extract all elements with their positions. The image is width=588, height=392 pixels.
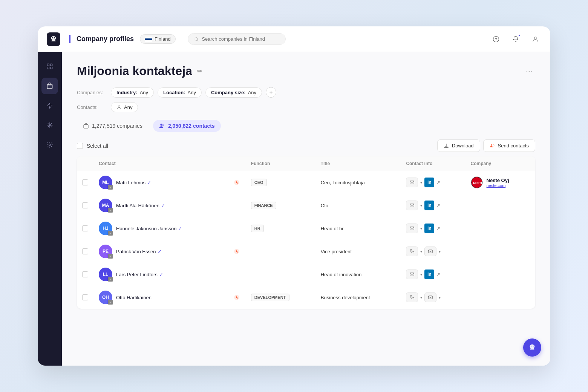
table-row: LL N Lars Peter Lindfors ✓ Head of innov…	[77, 263, 535, 286]
email-button[interactable]	[406, 224, 418, 233]
email-button[interactable]	[424, 292, 436, 302]
company-domain[interactable]: neste.com	[487, 183, 509, 188]
email-dropdown[interactable]: ▾	[420, 227, 422, 231]
avatar-badge: N	[108, 231, 113, 236]
phone-button[interactable]	[406, 292, 418, 302]
ext-link[interactable]: ↗	[436, 226, 440, 231]
sidebar-item-lightning[interactable]	[41, 97, 58, 114]
companies-filter-label: Companies:	[77, 90, 107, 95]
avatar-badge: N	[108, 185, 113, 190]
select-all-checkbox[interactable]	[77, 143, 83, 149]
help-button[interactable]: ?	[490, 33, 502, 45]
verified-icon: ✓	[147, 180, 151, 185]
notifications-button[interactable]	[510, 33, 522, 45]
svg-point-24	[491, 144, 492, 145]
phone-button[interactable]	[406, 247, 418, 256]
row-checkbox-0[interactable]	[82, 179, 88, 185]
function-badge: HR	[251, 225, 264, 232]
sidebar-item-settings[interactable]	[41, 136, 58, 153]
row-checkbox-4[interactable]	[82, 271, 88, 277]
contact-name[interactable]: Patrick Von Essen ✓	[116, 249, 162, 254]
function-badge: CEO	[251, 179, 267, 186]
email-dropdown[interactable]: ▾	[439, 250, 441, 254]
contact-name[interactable]: Martti Ala-Härkönen ✓	[116, 203, 165, 208]
svg-rect-35	[410, 273, 414, 276]
country-selector[interactable]: Finland	[140, 34, 176, 44]
sidebar	[38, 52, 62, 366]
contact-cell: HJ N Hannele Jakonsuo-Jansson ✓	[99, 222, 222, 235]
linkedin-button[interactable]: in	[424, 178, 434, 187]
email-dropdown[interactable]: ▾	[420, 273, 422, 277]
hubspot-icon	[233, 294, 240, 301]
user-button[interactable]	[529, 33, 541, 45]
row-checkbox-5[interactable]	[82, 294, 88, 300]
svg-rect-10	[51, 64, 52, 66]
col-function: Function	[246, 156, 315, 171]
svg-point-40	[533, 346, 534, 346]
email-button[interactable]	[406, 201, 418, 210]
contact-name[interactable]: Matti Lehmus ✓	[116, 180, 151, 185]
location-filter[interactable]: Location: Any	[158, 87, 202, 98]
phone-dropdown[interactable]: ▾	[420, 250, 422, 254]
svg-rect-3	[145, 38, 152, 40]
email-dropdown[interactable]: ▾	[420, 204, 422, 208]
ext-link[interactable]: ↗	[436, 203, 440, 208]
contact-filter-icon	[116, 105, 122, 110]
chat-button[interactable]	[523, 338, 541, 357]
contact-name[interactable]: Lars Peter Lindfors ✓	[116, 272, 163, 277]
contacts-icon	[159, 123, 165, 129]
email-button[interactable]	[406, 270, 418, 279]
search-input[interactable]	[202, 36, 279, 42]
company-size-filter[interactable]: Company size: Any	[205, 87, 262, 98]
more-options-button[interactable]: ···	[523, 65, 535, 77]
add-filter-button[interactable]: +	[266, 87, 276, 98]
linkedin-button[interactable]: in	[424, 224, 434, 233]
svg-rect-30	[410, 204, 414, 207]
sidebar-item-snowflake[interactable]	[41, 117, 58, 133]
svg-point-39	[531, 346, 531, 346]
download-button[interactable]: Download	[437, 139, 480, 152]
contacts-any-filter[interactable]: Any	[111, 102, 138, 112]
sidebar-item-grid[interactable]	[41, 58, 58, 75]
ext-link[interactable]: ↗	[436, 272, 440, 277]
ext-link[interactable]: ↗	[436, 180, 440, 185]
function-badge: DEVELOPMENT	[251, 294, 289, 301]
page-title: Company profiles	[77, 35, 134, 43]
contact-info-cell: ▾ in ↗	[406, 270, 460, 279]
country-label: Finland	[155, 36, 171, 42]
phone-dropdown[interactable]: ▾	[420, 296, 422, 300]
svg-rect-12	[51, 67, 52, 69]
sidebar-item-companies[interactable]	[41, 78, 58, 94]
edit-title-button[interactable]: ✏	[197, 67, 202, 75]
page-header: Miljoonia kontakteja ✏ ···	[77, 64, 535, 78]
title-cell: Ceo, Toimitusjohtaja	[315, 171, 401, 194]
svg-point-33	[236, 251, 237, 252]
email-button[interactable]	[406, 178, 418, 187]
contacts-filter-label: Contacts:	[77, 104, 107, 110]
row-checkbox-1[interactable]	[82, 202, 88, 208]
email-button[interactable]	[424, 247, 436, 256]
email-dropdown[interactable]: ▾	[420, 181, 422, 185]
companies-count[interactable]: 1,277,519 companies	[77, 120, 149, 132]
contact-name[interactable]: Otto Hartikainen	[116, 295, 152, 300]
svg-point-22	[160, 124, 162, 126]
send-contacts-button[interactable]: Send contacts	[483, 139, 535, 152]
contact-name[interactable]: Hannele Jakonsuo-Jansson ✓	[116, 226, 182, 231]
row-checkbox-2[interactable]	[82, 225, 88, 231]
title-cell: Head of hr	[315, 217, 401, 240]
table-row: HJ N Hannele Jakonsuo-Jansson ✓ HRHead o…	[77, 217, 535, 240]
main-layout: Miljoonia kontakteja ✏ ··· Companies: In…	[38, 52, 550, 366]
search-bar[interactable]	[188, 33, 286, 45]
hubspot-icon	[233, 179, 240, 186]
row-checkbox-3[interactable]	[82, 248, 88, 254]
email-dropdown[interactable]: ▾	[439, 296, 441, 300]
contact-cell: MA N Martti Ala-Härkönen ✓	[99, 199, 222, 212]
linkedin-button[interactable]: in	[424, 270, 434, 279]
verified-icon: ✓	[159, 272, 163, 277]
company-logo: NESTE	[471, 176, 483, 188]
avatar-badge: N	[108, 254, 113, 259]
contacts-count[interactable]: 2,050,822 contacts	[153, 120, 221, 132]
company-cell: NESTE Neste Oyj neste.com	[471, 176, 530, 188]
linkedin-button[interactable]: in	[424, 201, 434, 210]
industry-filter[interactable]: Industry: Any	[111, 87, 154, 98]
